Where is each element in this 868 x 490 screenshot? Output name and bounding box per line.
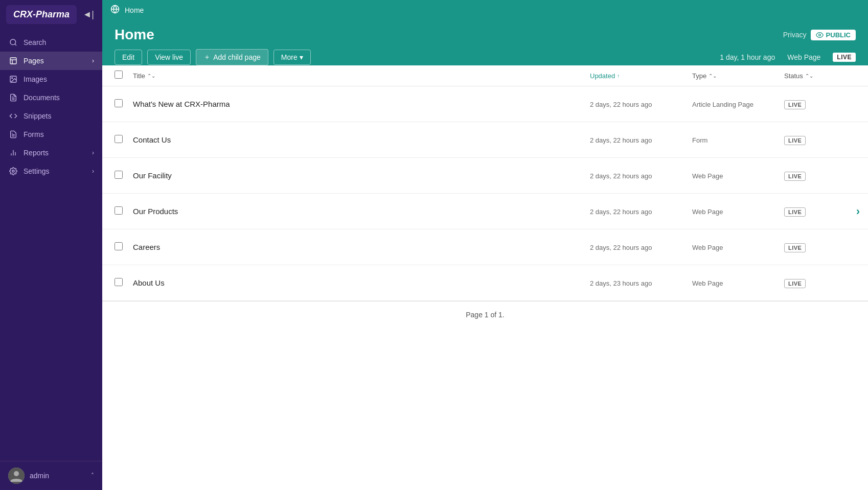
meta-info: 1 day, 1 hour ago Web Page LIVE	[720, 53, 856, 62]
sidebar-item-documents[interactable]: Documents	[0, 88, 102, 107]
row-check-col	[115, 99, 133, 109]
logo-plain: CRX-	[13, 9, 36, 19]
row-title: Our Facility	[133, 171, 590, 180]
row-checkbox[interactable]	[115, 206, 123, 215]
sidebar-item-label: Pages	[24, 57, 44, 65]
row-check-col	[115, 171, 133, 181]
chevron-right-icon: ›	[92, 57, 94, 64]
table-row[interactable]: Our Products 2 days, 22 hours ago Web Pa…	[102, 194, 868, 229]
user-menu[interactable]: admin ˄	[0, 461, 102, 490]
add-child-page-button[interactable]: ＋ Add child page	[196, 49, 268, 65]
row-updated-text: 2 days, 22 hours ago	[590, 172, 652, 180]
sidebar-item-reports[interactable]: Reports ›	[0, 144, 102, 162]
row-checkbox[interactable]	[115, 99, 123, 107]
row-title-text: Contact Us	[133, 135, 171, 144]
table-row[interactable]: Our Facility 2 days, 22 hours ago Web Pa…	[102, 158, 868, 194]
row-updated: 2 days, 23 hours ago	[590, 278, 692, 288]
table-row[interactable]: Contact Us 2 days, 22 hours ago Form LIV…	[102, 122, 868, 158]
status-column-header[interactable]: Status ⌃⌄	[784, 72, 856, 80]
sort-icon: ⌃⌄	[709, 73, 717, 79]
row-title: Contact Us	[133, 135, 590, 145]
svg-point-20	[818, 34, 820, 36]
search-icon	[8, 38, 18, 46]
row-type-text: Form	[692, 136, 707, 144]
row-type: Web Page	[692, 207, 784, 216]
sidebar: CRX-Pharma ◄| Search Pages › Images	[0, 0, 102, 490]
row-updated: 2 days, 22 hours ago	[590, 243, 692, 252]
sidebar-item-label: Settings	[24, 167, 50, 175]
row-title: About Us	[133, 278, 590, 288]
chevron-down-icon: ▾	[300, 53, 303, 61]
chevron-right-icon: ›	[92, 149, 94, 156]
svg-line-1	[15, 44, 16, 45]
row-updated-text: 2 days, 23 hours ago	[590, 279, 652, 287]
meta-type: Web Page	[787, 53, 820, 61]
table-header: Title ⌃⌄ Updated ↑ Type ⌃⌄ Status ⌃⌄	[102, 65, 868, 86]
row-title-text: What's New at CRX-Pharma	[133, 100, 230, 108]
status-badge: LIVE	[784, 172, 806, 181]
row-checkbox[interactable]	[115, 171, 123, 179]
snippets-icon	[8, 112, 18, 120]
view-live-button[interactable]: View live	[147, 50, 191, 65]
content-area: Title ⌃⌄ Updated ↑ Type ⌃⌄ Status ⌃⌄ Wha…	[102, 65, 868, 490]
reports-icon	[8, 149, 18, 157]
row-type: Article Landing Page	[692, 100, 784, 109]
row-updated: 2 days, 22 hours ago	[590, 207, 692, 216]
row-type-text: Article Landing Page	[692, 101, 753, 108]
globe-icon	[110, 5, 120, 16]
row-check-col	[115, 206, 133, 217]
sidebar-item-settings[interactable]: Settings ›	[0, 162, 102, 180]
row-type-text: Web Page	[692, 172, 723, 180]
live-badge: LIVE	[833, 53, 856, 62]
sidebar-item-label: Documents	[24, 94, 60, 102]
row-checkbox[interactable]	[115, 278, 123, 286]
table-row[interactable]: What's New at CRX-Pharma 2 days, 22 hour…	[102, 86, 868, 122]
sort-icon: ⌃⌄	[805, 73, 813, 79]
svg-point-0	[10, 39, 16, 45]
sidebar-item-label: Forms	[24, 130, 44, 138]
row-check-col	[115, 135, 133, 145]
row-updated-text: 2 days, 22 hours ago	[590, 136, 652, 144]
table-row[interactable]: About Us 2 days, 23 hours ago Web Page L…	[102, 265, 868, 301]
title-column-header[interactable]: Title ⌃⌄	[133, 72, 590, 80]
sidebar-item-forms[interactable]: Forms	[0, 125, 102, 144]
row-title-text: Careers	[133, 243, 160, 251]
select-all-checkbox[interactable]	[115, 71, 123, 79]
row-status: LIVE	[784, 278, 856, 288]
edit-button[interactable]: Edit	[115, 50, 142, 65]
svg-point-6	[12, 78, 13, 79]
updated-column-header[interactable]: Updated ↑	[590, 72, 692, 80]
chevron-up-icon: ˄	[91, 472, 94, 479]
meta-updated: 1 day, 1 hour ago	[720, 53, 775, 61]
sidebar-logo: CRX-Pharma	[6, 5, 77, 24]
status-badge: LIVE	[784, 279, 806, 288]
more-button[interactable]: More ▾	[273, 50, 311, 65]
type-column-header[interactable]: Type ⌃⌄	[692, 72, 784, 80]
row-status: LIVE	[784, 243, 856, 252]
pagination-text: Page 1 of 1.	[466, 311, 505, 319]
status-badge: LIVE	[784, 243, 806, 252]
expand-chevron-icon[interactable]: ›	[856, 205, 860, 218]
row-check-col	[115, 278, 133, 288]
sidebar-nav: Search Pages › Images Documents Sn	[0, 29, 102, 461]
status-badge: LIVE	[784, 136, 806, 145]
table-row[interactable]: Careers 2 days, 22 hours ago Web Page LI…	[102, 229, 868, 265]
header-row1: Home Privacy PUBLIC	[115, 27, 856, 43]
row-status: LIVE	[784, 207, 856, 216]
row-type: Web Page	[692, 171, 784, 180]
privacy-label: Privacy	[783, 31, 807, 39]
sidebar-item-search[interactable]: Search	[0, 33, 102, 52]
sidebar-item-snippets[interactable]: Snippets	[0, 107, 102, 125]
row-updated: 2 days, 22 hours ago	[590, 100, 692, 109]
forms-icon	[8, 130, 18, 138]
privacy-badge[interactable]: PUBLIC	[811, 30, 856, 40]
collapse-button[interactable]: ◄|	[81, 7, 97, 22]
sidebar-item-images[interactable]: Images	[0, 70, 102, 88]
row-checkbox[interactable]	[115, 135, 123, 143]
svg-point-15	[12, 170, 14, 172]
sidebar-item-pages[interactable]: Pages ›	[0, 52, 102, 70]
row-title: Our Products	[133, 207, 590, 216]
row-checkbox[interactable]	[115, 242, 123, 250]
topbar: Home	[102, 0, 868, 20]
header-row2: Edit View live ＋ Add child page More ▾ 1…	[115, 49, 856, 65]
